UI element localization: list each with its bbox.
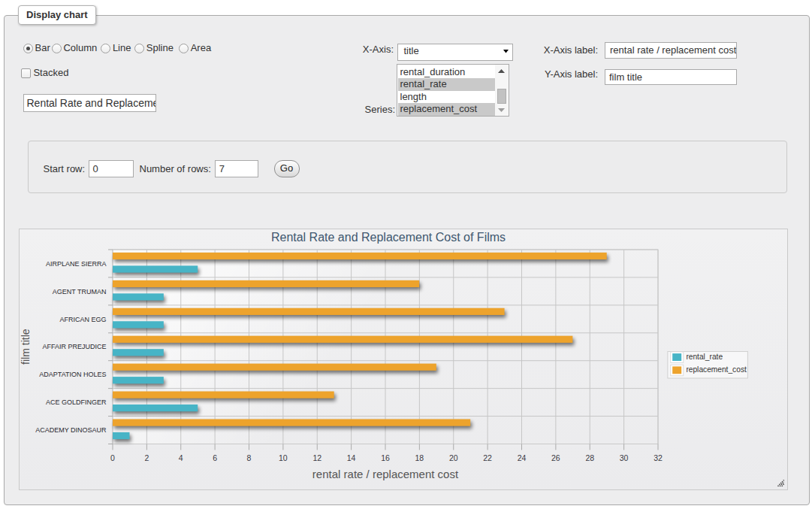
- svg-text:26: 26: [551, 453, 560, 462]
- svg-text:28: 28: [585, 453, 594, 462]
- svg-text:ACE GOLDFINGER: ACE GOLDFINGER: [45, 398, 106, 406]
- svg-text:20: 20: [448, 453, 457, 462]
- svg-text:replacement_cost: replacement_cost: [686, 365, 747, 374]
- svg-text:4: 4: [178, 453, 183, 462]
- svg-text:AIRPLANE SIERRA: AIRPLANE SIERRA: [45, 259, 106, 267]
- svg-text:rental_rate: rental_rate: [686, 353, 723, 361]
- svg-text:12: 12: [312, 453, 321, 462]
- svg-text:32: 32: [654, 453, 663, 462]
- svg-text:2: 2: [144, 453, 149, 462]
- svg-text:10: 10: [279, 453, 288, 462]
- svg-text:8: 8: [246, 453, 251, 462]
- svg-text:AGENT TRUMAN: AGENT TRUMAN: [52, 287, 106, 295]
- svg-text:AFFAIR PREJUDICE: AFFAIR PREJUDICE: [42, 343, 106, 350]
- svg-text:ADAPTATION HOLES: ADAPTATION HOLES: [39, 371, 106, 378]
- svg-text:18: 18: [415, 453, 424, 462]
- svg-text:22: 22: [483, 453, 492, 462]
- svg-text:30: 30: [619, 453, 628, 462]
- svg-text:16: 16: [381, 453, 390, 462]
- svg-text:rental rate / replacement cost: rental rate / replacement cost: [312, 467, 458, 480]
- svg-text:film title: film title: [20, 329, 32, 365]
- svg-text:0: 0: [110, 453, 115, 462]
- svg-text:AFRICAN EGG: AFRICAN EGG: [59, 315, 106, 323]
- svg-text:ACADEMY DINOSAUR: ACADEMY DINOSAUR: [35, 426, 107, 434]
- svg-text:14: 14: [346, 453, 355, 462]
- svg-text:6: 6: [213, 453, 217, 462]
- svg-text:24: 24: [517, 453, 526, 462]
- svg-text:Rental Rate and Replacement Co: Rental Rate and Replacement Cost of Film…: [270, 230, 505, 243]
